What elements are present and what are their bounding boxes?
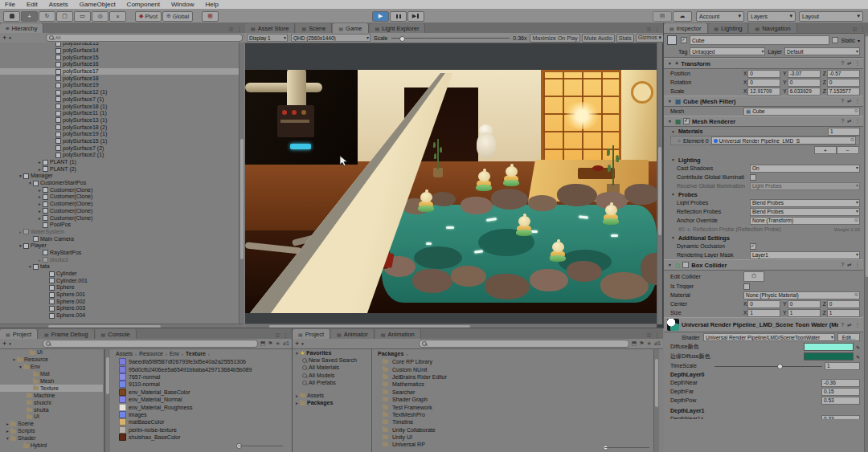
saved-search-item[interactable]: All Materials [294, 364, 371, 372]
folder-tree-item[interactable]: ▸Scripts [0, 428, 103, 435]
hierarchy-item[interactable]: polySurface18 (1) [0, 103, 239, 110]
transform-position-y-field[interactable]: -3.07 [788, 70, 821, 78]
collider-center-y-field[interactable]: 0 [788, 300, 821, 308]
play-button[interactable]: ▶ [372, 11, 389, 22]
shader-edit-button[interactable]: Edit... [837, 333, 860, 341]
tag-dropdown[interactable]: Untagged [690, 47, 765, 55]
project-tree-vscrollbar[interactable] [104, 349, 110, 452]
thumbnail-size-slider[interactable] [598, 444, 649, 450]
expand-arrow-icon[interactable]: ▸ [18, 229, 23, 235]
hierarchy-item[interactable]: Sphere.003 [0, 305, 239, 312]
transform-rotation-z-field[interactable]: 0 [827, 79, 860, 87]
eyedropper-icon[interactable]: ✎ [856, 344, 860, 350]
transform-position-z-field[interactable]: -0.57 [827, 70, 860, 78]
hierarchy-item[interactable]: polySurface16 [0, 61, 239, 68]
hierarchy-item[interactable]: polySurface15 [0, 54, 239, 61]
root-folder-item[interactable]: ▸Packages [294, 399, 371, 406]
custom-tool-icon[interactable]: × [109, 11, 126, 22]
tab-animator[interactable]: ▤Animator [331, 329, 375, 339]
package-folder-row[interactable]: Core RP Library [383, 358, 658, 365]
transform-position-x-field[interactable]: 0 [747, 70, 780, 78]
hierarchy-item[interactable]: ▸shuita3 [0, 256, 239, 263]
folder-tree-item[interactable]: shuita [0, 406, 103, 413]
package-folder-row[interactable]: Mathematics [383, 381, 658, 388]
hierarchy-item[interactable]: ▾Player [0, 242, 239, 250]
expand-arrow-icon[interactable]: ▸ [37, 193, 43, 200]
hierarchy-item[interactable]: polySurface13 (1) [0, 117, 239, 124]
rotate-tool-icon[interactable]: ↻ [39, 11, 55, 22]
menu-item-assets[interactable]: Assets [49, 1, 68, 8]
breadcrumb-item[interactable]: Resource [139, 351, 163, 356]
game-vscrollbar[interactable] [657, 43, 662, 324]
expand-arrow-icon[interactable]: ▸ [37, 208, 43, 214]
hierarchy-item[interactable]: polySurface18 [0, 75, 239, 82]
step-button[interactable]: ▶ [407, 11, 424, 22]
resolution-dropdown[interactable]: QHD (2560x1440) [291, 34, 371, 42]
physic-material-field[interactable]: None (Physic Material) [743, 291, 860, 299]
package-folder-row[interactable]: Timeline [383, 418, 658, 426]
transform-scale-y-field[interactable]: 6.033929 [788, 88, 821, 96]
hierarchy-item[interactable]: Sphere [0, 284, 239, 291]
thumbnail-size-slider[interactable] [231, 442, 283, 449]
folder-tree-item[interactable]: ▾Shader [0, 435, 103, 442]
tab-project[interactable]: ▤Project [0, 329, 38, 339]
hierarchy-item[interactable]: polySurface15 (1) [0, 138, 239, 145]
tab-console[interactable]: ▤Console [96, 329, 137, 339]
tab-scene[interactable]: ▤Scene [296, 23, 332, 33]
package-folder-row[interactable]: Unity Collaborate [383, 426, 658, 434]
hierarchy-item[interactable]: polySurface12 (1) [0, 89, 239, 96]
hierarchy-item[interactable]: ▸PLANT (2) [0, 165, 239, 173]
hierarchy-item[interactable]: polySurface14 [0, 47, 239, 55]
dynamic-occlusion-checkbox[interactable] [750, 243, 756, 250]
folder-tree-item[interactable]: Hybird [0, 442, 103, 450]
mesh-renderer-header[interactable]: ▾▦ Mesh Renderer ?⇄⋮ [664, 116, 863, 127]
hierarchy-item[interactable]: polySurface19 (1) [0, 131, 239, 138]
saved-search-item[interactable]: New Saved Search [294, 356, 371, 364]
hierarchy-item[interactable]: RayStartPos [0, 250, 239, 257]
folder-tree-item[interactable]: ▾Env [0, 364, 103, 371]
inspector-vscrollbar[interactable] [864, 33, 868, 452]
rendering-layer-mask-dropdown[interactable]: Layer1 [750, 251, 860, 259]
tab-inspector[interactable]: ▤Inspector [664, 23, 708, 33]
expand-arrow-icon[interactable]: ▾ [27, 180, 33, 186]
reflection-probes-dropdown[interactable]: Blend Probes [750, 208, 860, 216]
hierarchy-item[interactable]: ▸Customer(Clone) [0, 201, 239, 208]
property-field[interactable]: -0.36 [821, 379, 860, 387]
tab-project[interactable]: ▤Project [293, 329, 330, 339]
cloud-icon[interactable]: ☁ [673, 11, 692, 22]
property-field[interactable]: 0.33 [821, 415, 860, 420]
folder-tree-item[interactable]: shuichi [0, 399, 103, 406]
scale-tool-icon[interactable]: ▢ [56, 11, 73, 22]
edit-collider-button[interactable]: ⬠ [743, 271, 764, 282]
hierarchy-item[interactable]: polySurface17 [0, 68, 239, 75]
label-icon[interactable]: ⚑ [639, 340, 644, 347]
hierarchy-item[interactable]: polySurface11 (1) [0, 110, 239, 117]
property-field[interactable]: 0.53 [821, 397, 860, 405]
preset-icon[interactable]: ⇄ [847, 60, 851, 67]
hierarchy-item[interactable]: Sphere.002 [0, 298, 239, 305]
folder-tree-item[interactable]: UI [0, 413, 103, 421]
asset-file-row[interactable]: 95d0cfb2406ee5a65491bbaba429713684b5b089 [119, 365, 292, 373]
hierarchy-item[interactable]: ▾CustomerStartPos [0, 180, 239, 187]
cast-shadows-dropdown[interactable]: On [750, 165, 860, 173]
package-folder-row[interactable]: Shader Graph [383, 396, 658, 403]
hierarchy-vscrollbar[interactable] [239, 43, 244, 324]
folder-tree-item[interactable]: Mesh [0, 378, 103, 385]
breadcrumb-item[interactable]: Packages [378, 351, 403, 356]
static-dropdown-icon[interactable]: ▾ [858, 38, 860, 43]
hierarchy-item[interactable]: Sphere.004 [0, 312, 239, 320]
expand-arrow-icon[interactable]: ▾ [11, 356, 17, 363]
tab-hierarchy[interactable]: ≡Hierarchy [0, 23, 43, 33]
asset-file-row[interactable]: perlin-noise-texture [119, 426, 292, 434]
asset-file-row[interactable]: shuishao_BaseColor [119, 434, 292, 441]
transform-rotation-y-field[interactable]: 0 [788, 79, 821, 87]
folder-tree-item[interactable]: UI [0, 349, 103, 356]
lock-icon[interactable]: ⚿ [276, 332, 280, 339]
hierarchy-item[interactable]: polySurface18 (2) [0, 124, 239, 131]
transform-scale-z-field[interactable]: 7.153577 [827, 88, 860, 96]
favorite-star-icon[interactable]: ★ [276, 340, 280, 347]
timescale-field[interactable]: 1 [825, 362, 860, 370]
hierarchy-item[interactable]: Cylinder.001 [0, 277, 239, 284]
expand-arrow-icon[interactable]: ▸ [37, 215, 43, 222]
asset-file-row[interactable]: 7657-normal [119, 373, 292, 381]
